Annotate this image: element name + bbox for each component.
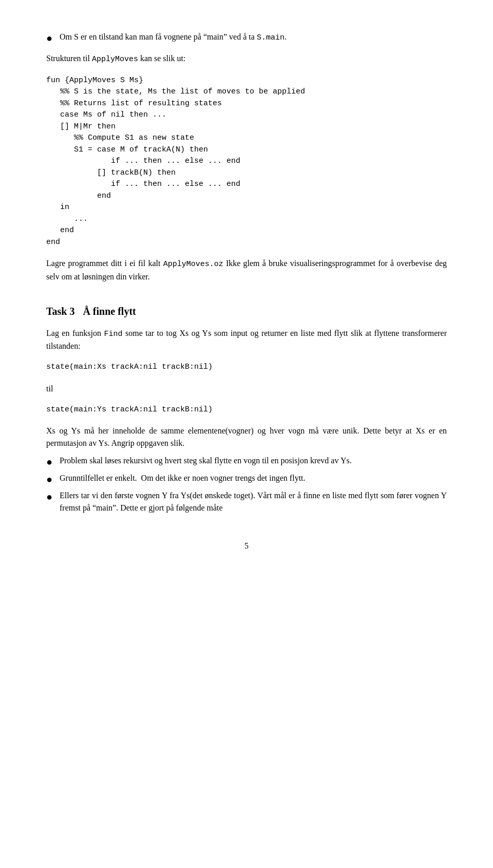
code-smain: S.main [257,33,285,42]
code-applymoves-struct: ApplyMoves [92,55,138,64]
bullet-item-3: ● Ellers tar vi den første vognen Y fra … [46,489,447,514]
intro-bullet: ● Om S er en tilstand kan man få vognene… [46,31,447,45]
bullet-dot-b1: ● [46,455,58,469]
bullet-text-b1: Problem skal løses rekursivt og hvert st… [60,455,447,467]
task3-bullets: ● Problem skal løses rekursivt og hvert … [46,455,447,514]
task3-para1: Xs og Ys må her inneholde de samme eleme… [46,425,447,449]
intro-bullet-text: Om S er en tilstand kan man få vognene p… [60,31,447,44]
task3-intro-para: Lag en funksjon Find some tar to tog Xs … [46,327,447,353]
state-to: state(main:Ys trackA:nil trackB:nil) [46,404,447,416]
bullet-text-b3: Ellers tar vi den første vognen Y fra Ys… [60,489,447,514]
structure-intro: Strukturen til ApplyMoves kan se slik ut… [46,52,447,66]
save-instruction: Lagre programmet ditt i ei fil kalt Appl… [46,257,447,283]
bullet-text-b2: Grunntilfellet er enkelt. Om det ikke er… [60,472,447,484]
bullet-dot-b3: ● [46,489,58,504]
task3-label: Task 3 [46,304,74,319]
bullet-item-2: ● Grunntilfellet er enkelt. Om det ikke … [46,472,447,486]
code-applymoves-oz: ApplyMoves.oz [163,260,223,269]
page-number: 5 [46,540,447,552]
task3-heading: Task 3 Å finne flytt [46,304,447,319]
code-block: fun {ApplyMoves S Ms} %% S is the state,… [46,75,447,249]
bullet-dot-b2: ● [46,472,58,486]
bullet-dot-1: ● [46,31,58,45]
page-content: ● Om S er en tilstand kan man få vognene… [46,31,447,552]
state-from: state(main:Xs trackA:nil trackB:nil) [46,362,447,373]
code-find: Find [104,330,122,338]
til-label: til [46,383,447,395]
task3-title: Å finne flytt [83,304,136,319]
bullet-item-1: ● Problem skal løses rekursivt og hvert … [46,455,447,469]
